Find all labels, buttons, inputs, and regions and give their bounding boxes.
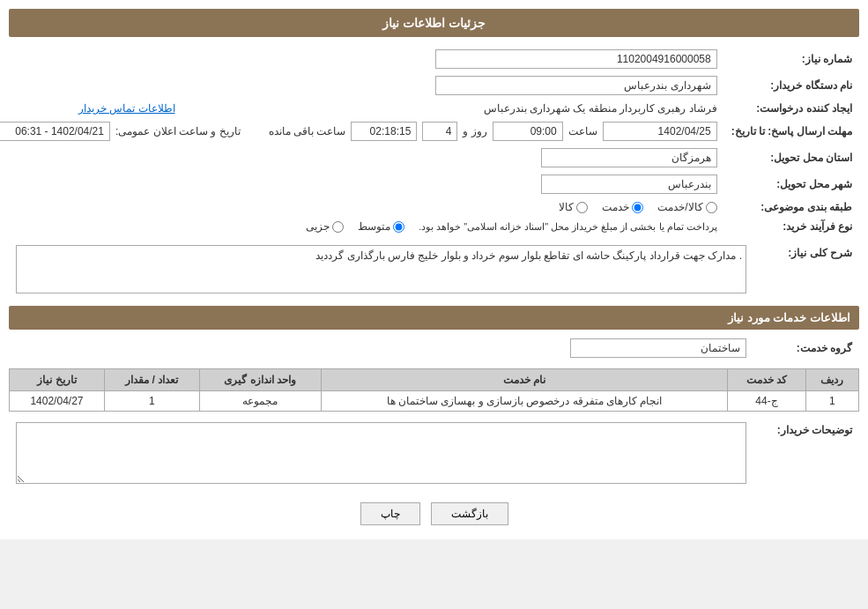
name-dastgah-cell: شهرداری بندرعباس: [0, 72, 724, 99]
name-dastgah-label: نام دستگاه خریدار:: [724, 72, 859, 99]
nov-note: پرداخت تمام یا بخشی از مبلغ خریداز محل "…: [419, 221, 717, 233]
tosif-table: توضیحات خریدار:: [9, 419, 859, 490]
cell-tedad: 1: [104, 391, 199, 412]
group-label: گروه خدمت:: [753, 335, 859, 361]
sharh-value: . مدارک جهت قرارداد پارکینگ حاشه ای تقاط…: [16, 245, 746, 293]
service-section-title: اطلاعات خدمات مورد نیاز: [9, 306, 859, 330]
shahr-cell: بندرعباس: [0, 171, 724, 197]
shahr-display: بندرعباس: [541, 175, 717, 194]
tabaqa-cell: کالا/خدمت خدمت کالا: [0, 197, 724, 217]
page-title: جزئیات اطلاعات نیاز: [9, 9, 859, 37]
shomara-niaz-label: شماره نیاز:: [724, 46, 859, 72]
ostan-label: استان محل تحویل:: [724, 145, 859, 171]
main-info-table: شماره نیاز: 1102004916000058 نام دستگاه …: [0, 46, 859, 236]
cell-name_khadamat: انجام کارهای متفرقه درخصوص بازسازی و بهس…: [321, 391, 727, 412]
sharh-cell: . مدارک جهت قرارداد پارکینگ حاشه ای تقاط…: [9, 241, 753, 297]
tosif-cell: [9, 419, 753, 490]
radio-kala-khadamat-label: کالا/خدمت: [657, 201, 702, 213]
btn-row: بازگشت چاپ: [9, 502, 859, 525]
th-tedad: تعداد / مقدار: [104, 369, 199, 391]
radio-khadamat[interactable]: خدمت: [602, 201, 643, 213]
shomara-niaz-value: 1102004916000058: [207, 46, 724, 72]
radio-kala-khadamat-input[interactable]: [706, 202, 717, 213]
nov-farayand-label: نوع فرآیند خرید:: [724, 217, 859, 236]
tosif-label: توضیحات خریدار:: [753, 419, 859, 490]
ostan-cell: هرمزگان: [0, 145, 724, 171]
back-button[interactable]: بازگشت: [431, 502, 508, 525]
cell-vahed: مجموعه: [199, 391, 321, 412]
print-button[interactable]: چاپ: [360, 502, 420, 525]
ijad-konande-cell: فرشاد رهبری کاربردار منطقه یک شهرداری بن…: [182, 99, 724, 118]
sharh-label: شرح کلی نیاز:: [753, 241, 859, 297]
radio-kala-khadamat[interactable]: کالا/خدمت: [657, 201, 716, 213]
tarikh-label: تاریخ و ساعت اعلان عمومی:: [115, 125, 241, 137]
group-value: ساختمان: [570, 338, 746, 358]
mohlat-baqi-display: 02:18:15: [351, 122, 417, 141]
radio-kala-input[interactable]: [576, 202, 588, 213]
ostan-display: هرمزگان: [541, 148, 717, 167]
mohlat-saat-display: 09:00: [493, 122, 563, 141]
mohlat-saat-label: ساعت: [568, 125, 597, 137]
mohlat-roz-label: روز و: [463, 125, 486, 137]
cell-tarikh: 1402/04/27: [10, 391, 105, 412]
th-vahed: واحد اندازه گیری: [199, 369, 321, 391]
th-name: نام خدمت: [321, 369, 727, 391]
radio-kala-label: کالا: [559, 201, 574, 213]
page-wrapper: جزئیات اطلاعات نیاز شماره نیاز: 11020049…: [0, 0, 868, 539]
mohlat-label: مهلت ارسال پاسخ: تا تاریخ:: [724, 118, 859, 145]
th-radif: ردیف: [805, 369, 858, 391]
nov-farayand-cell: پرداخت تمام یا بخشی از مبلغ خریداز محل "…: [0, 217, 724, 236]
sharh-table: شرح کلی نیاز: . مدارک جهت قرارداد پارکین…: [9, 241, 859, 297]
radio-motawaset-label: متوسط: [358, 220, 390, 233]
mohlat-roz-display: 4: [422, 122, 457, 141]
group-service-table: گروه خدمت: ساختمان: [9, 335, 859, 361]
radio-motawaset[interactable]: متوسط: [358, 220, 404, 233]
radio-khadamat-label: خدمت: [602, 201, 629, 213]
mohlat-date-display: 1402/04/25: [603, 122, 717, 141]
radio-jozei[interactable]: جزیی: [306, 220, 344, 233]
radio-kala[interactable]: کالا: [559, 201, 588, 213]
mohlat-baqi-label: ساعت باقی مانده: [269, 125, 346, 137]
tabaqa-label: طبقه بندی موضوعی:: [724, 197, 859, 217]
tosif-textarea[interactable]: [16, 422, 746, 484]
radio-jozei-label: جزیی: [306, 220, 330, 233]
name-dastgah-display: شهرداری بندرعباس: [435, 76, 717, 95]
th-kod: کد خدمت: [728, 369, 806, 391]
mohlat-cell: 1402/04/25 ساعت 09:00 روز و 4 02:18:15 س…: [0, 118, 724, 145]
etelaat-tamas-link[interactable]: اطلاعات تماس خریدار: [78, 102, 175, 115]
group-cell: ساختمان: [9, 335, 753, 361]
ijad-konande-label: ایجاد کننده درخواست:: [724, 99, 859, 118]
service-data-table: ردیف کد خدمت نام خدمت واحد اندازه گیری ت…: [9, 368, 859, 412]
table-row: 1ج-44انجام کارهای متفرقه درخصوص بازسازی …: [10, 391, 859, 412]
shomara-niaz-display: 1102004916000058: [435, 49, 717, 69]
ijad-konande-value: فرشاد رهبری کاربردار منطقه یک شهرداری بن…: [484, 102, 717, 115]
cell-radif: 1: [805, 391, 858, 412]
shahr-label: شهر محل تحویل:: [724, 171, 859, 197]
radio-jozei-input[interactable]: [332, 221, 344, 233]
cell-kod_khadamat: ج-44: [728, 391, 806, 412]
radio-khadamat-input[interactable]: [632, 202, 643, 213]
tarikh-display: 1402/04/21 - 06:31: [0, 122, 110, 141]
radio-motawaset-input[interactable]: [393, 221, 404, 233]
th-tarikh: تاریخ نیاز: [10, 369, 105, 391]
